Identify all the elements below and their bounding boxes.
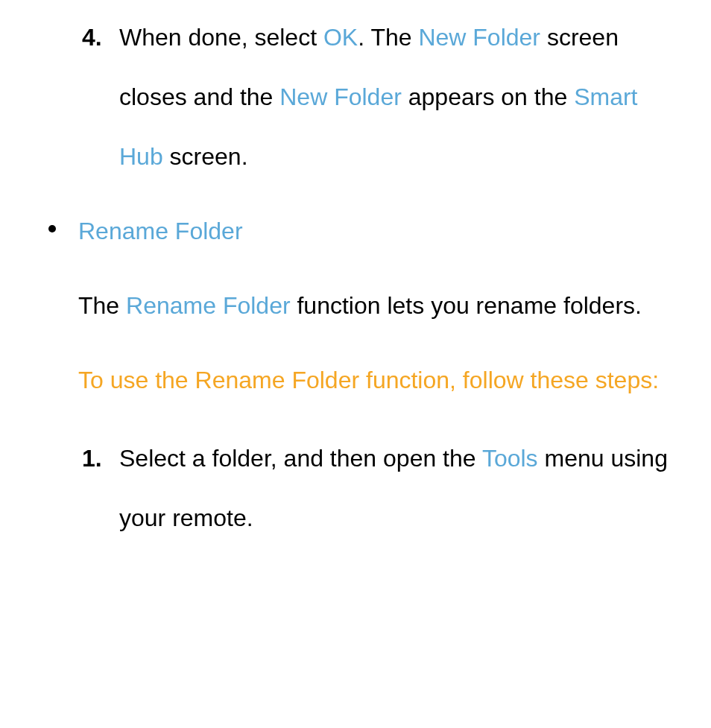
new-folder-label-2: New Folder	[279, 83, 402, 110]
instruction-text: To use the Rename Folder function, follo…	[78, 350, 681, 410]
step-4: 4. When done, select OK. The New Folder …	[82, 7, 681, 186]
step-4-text-4: appears on the	[402, 83, 574, 110]
step-4-marker: 4.	[82, 7, 102, 67]
step-1: 1. Select a folder, and then open the To…	[82, 428, 681, 548]
new-folder-label-1: New Folder	[418, 24, 540, 51]
ok-label: OK	[323, 24, 358, 51]
step-4-text-5: screen.	[163, 143, 248, 170]
step-4-text-1: When done, select	[119, 24, 323, 51]
document-page: 4. When done, select OK. The New Folder …	[0, 0, 711, 548]
rename-folder-description: The Rename Folder function lets you rena…	[78, 276, 681, 335]
rename-folder-heading: Rename Folder	[45, 201, 681, 261]
step-1-marker: 1.	[82, 428, 102, 488]
rename-folder-inline: Rename Folder	[126, 292, 291, 319]
step-4-text-2: . The	[358, 24, 418, 51]
tools-label: Tools	[482, 445, 538, 472]
rename-desc-t2: function lets you rename folders.	[291, 292, 642, 319]
rename-folder-label: Rename Folder	[78, 218, 243, 244]
rename-desc-t1: The	[78, 292, 126, 319]
step-1-text-1: Select a folder, and then open the	[119, 445, 482, 472]
